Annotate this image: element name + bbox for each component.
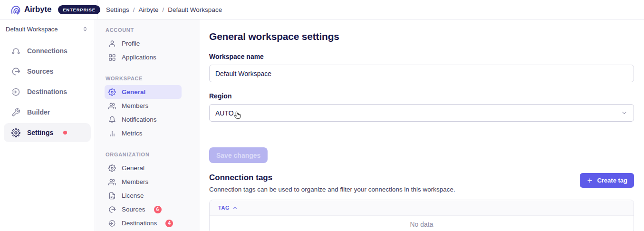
sidebar-item-sources[interactable]: Sources (4, 62, 91, 81)
page-title: General workspace settings (209, 31, 634, 42)
create-tag-label: Create tag (597, 177, 627, 184)
save-changes-button[interactable]: Save changes (209, 147, 268, 163)
sidebar-item-builder[interactable]: Builder (4, 103, 91, 122)
chevron-down-icon (621, 109, 628, 116)
sources-count-badge: 6 (154, 206, 162, 213)
create-tag-button[interactable]: Create tag (580, 173, 634, 188)
subnav-item-label: Metrics (122, 130, 143, 137)
table-empty-state: No data (210, 216, 634, 231)
license-document-icon (108, 192, 116, 200)
subnav-item-label: Destinations (122, 220, 157, 227)
sidebar-item-label: Connections (27, 47, 67, 55)
subnav-item-label: Profile (122, 40, 140, 47)
connection-tags-description: Connection tags can be used to organize … (209, 186, 455, 193)
grid-icon (108, 54, 116, 61)
gear-icon (11, 128, 20, 137)
subnav-item-label: Members (122, 102, 148, 109)
breadcrumb-separator: / (163, 6, 164, 13)
subnav-item-workspace-members[interactable]: Members (105, 99, 182, 113)
breadcrumb-default-workspace[interactable]: Default Workspace (168, 6, 222, 13)
gear-icon (108, 164, 116, 172)
connection-tags-header: Connection tags Connection tags can be u… (209, 173, 634, 193)
brand-name: Airbyte (24, 5, 51, 14)
sidebar-item-label: Destinations (27, 88, 67, 96)
sidebar-item-label: Builder (27, 108, 50, 116)
sidebar-nav: Connections Sources Destinations Builder (0, 38, 95, 142)
breadcrumb: Settings / Airbyte / Default Workspace (97, 0, 222, 19)
enterprise-badge: ENTERPRISE (58, 5, 100, 14)
connections-icon (11, 47, 20, 56)
sidebar-item-connections[interactable]: Connections (4, 41, 91, 60)
subnav-item-applications[interactable]: Applications (105, 50, 182, 64)
subnav-item-label: General (122, 164, 144, 172)
destination-icon (108, 220, 116, 227)
region-field: Region AUTO (209, 92, 634, 122)
subnav-item-org-members[interactable]: Members (105, 175, 182, 189)
main-content: General workspace settings Workspace nam… (200, 19, 644, 231)
plus-icon (586, 177, 593, 184)
subnav-item-label: Sources (122, 206, 145, 213)
breadcrumb-settings[interactable]: Settings (106, 6, 129, 13)
sidebar-item-destinations[interactable]: Destinations (4, 82, 91, 101)
workspace-name-field: Workspace name (209, 53, 634, 82)
users-icon (108, 178, 116, 186)
users-icon (108, 102, 116, 110)
subnav-item-profile[interactable]: Profile (105, 37, 182, 50)
workspace-name-label: Workspace name (209, 53, 634, 60)
workspace-selector-label: Default Workspace (6, 26, 58, 33)
destinations-count-badge: 4 (165, 220, 173, 227)
subnav-item-workspace-general[interactable]: General (105, 85, 182, 99)
section-title-organization: ORGANIZATION (106, 152, 190, 157)
source-icon (11, 67, 20, 76)
region-selected-value: AUTO (215, 109, 234, 117)
subnav-item-label: License (122, 192, 144, 199)
subnav-item-label: Applications (122, 54, 156, 61)
workspace-selector[interactable]: Default Workspace (0, 19, 95, 38)
main-sidebar: Default Workspace Connections Sources (0, 19, 95, 231)
section-title-account: ACCOUNT (106, 27, 190, 33)
sidebar-item-label: Sources (27, 67, 53, 75)
gear-icon (108, 88, 116, 96)
tag-column-header[interactable]: TAG (210, 200, 634, 216)
builder-icon (11, 108, 20, 117)
airbyte-logo-icon[interactable] (10, 4, 21, 15)
settings-subnav: ACCOUNT Profile Applications WORKSPACE G… (95, 19, 200, 231)
connection-tags-table: TAG No data (209, 200, 634, 231)
subnav-item-org-destinations[interactable]: Destinations 4 (105, 216, 182, 230)
subnav-item-notifications[interactable]: Notifications (105, 113, 182, 126)
subnav-item-label: Members (122, 178, 148, 185)
subnav-item-label: General (122, 88, 145, 96)
notification-dot (63, 131, 67, 135)
connection-tags-text: Connection tags Connection tags can be u… (209, 173, 455, 193)
chevron-up-down-icon (82, 26, 88, 32)
bell-icon (108, 116, 116, 124)
top-bar: Airbyte ENTERPRISE Settings / Airbyte / … (0, 0, 644, 19)
sidebar-item-settings[interactable]: Settings (4, 123, 91, 142)
user-icon (108, 40, 116, 48)
tag-column-label: TAG (218, 205, 230, 211)
subnav-item-org-general[interactable]: General (105, 161, 182, 175)
sort-ascending-icon (232, 205, 238, 211)
connection-tags-title: Connection tags (209, 173, 455, 183)
section-title-workspace: WORKSPACE (106, 76, 190, 81)
destination-icon (11, 87, 20, 96)
region-select[interactable]: AUTO (209, 104, 634, 122)
subnav-item-org-sources[interactable]: Sources 6 (105, 202, 182, 216)
subnav-item-label: Notifications (122, 116, 157, 123)
brand-area: Airbyte ENTERPRISE (0, 0, 97, 19)
sidebar-item-label: Settings (27, 129, 53, 136)
subnav-item-metrics[interactable]: Metrics (105, 126, 182, 140)
region-label: Region (209, 92, 634, 100)
workspace-name-input[interactable] (209, 65, 634, 82)
breadcrumb-separator: / (133, 6, 135, 13)
subnav-item-license[interactable]: License (105, 189, 182, 202)
source-icon (108, 206, 116, 213)
bar-chart-icon (108, 130, 116, 137)
breadcrumb-airbyte[interactable]: Airbyte (139, 6, 159, 13)
